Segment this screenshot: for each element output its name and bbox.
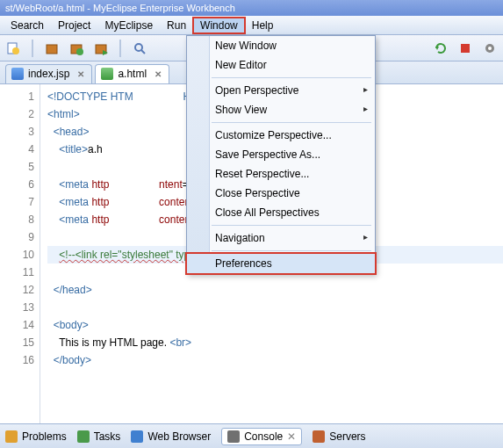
menu-search[interactable]: Search bbox=[4, 18, 51, 33]
menu-myeclipse[interactable]: MyEclipse bbox=[97, 18, 160, 33]
view-tab-console[interactable]: Console ✕ bbox=[221, 428, 302, 445]
menu-item-customize-perspective[interactable]: Customize Perspective... bbox=[187, 126, 375, 145]
menu-item-navigation[interactable]: Navigation bbox=[187, 228, 375, 248]
window-menu-dropdown: New WindowNew EditorOpen PerspectiveShow… bbox=[186, 35, 376, 274]
view-tab-problems[interactable]: Problems bbox=[5, 430, 67, 443]
view-tab-servers[interactable]: Servers bbox=[313, 430, 365, 443]
close-icon[interactable]: ✕ bbox=[77, 69, 84, 79]
menu-bar: SearchProjectMyEclipseRunWindowHelp bbox=[0, 16, 503, 35]
new-icon[interactable] bbox=[5, 40, 21, 56]
menu-item-new-window[interactable]: New Window bbox=[187, 36, 375, 55]
toolbar-separator bbox=[119, 40, 121, 57]
menu-item-show-view[interactable]: Show View bbox=[187, 100, 375, 119]
console-icon bbox=[227, 430, 240, 443]
view-tab-web-browser[interactable]: Web Browser bbox=[131, 430, 211, 443]
menu-separator bbox=[212, 77, 371, 78]
editor-tab[interactable]: a.html✕ bbox=[95, 64, 169, 83]
menu-project[interactable]: Project bbox=[51, 18, 97, 33]
title-bar: st/WebRoot/a.html - MyEclipse Enterprise… bbox=[0, 0, 503, 16]
view-tab-label: Problems bbox=[22, 430, 67, 443]
svg-point-7 bbox=[135, 44, 142, 51]
svg-rect-10 bbox=[461, 44, 470, 53]
view-tab-label: Console bbox=[244, 430, 283, 443]
menu-help[interactable]: Help bbox=[245, 18, 281, 33]
package-icon[interactable] bbox=[44, 40, 60, 56]
svg-point-1 bbox=[12, 47, 19, 54]
menu-separator bbox=[212, 122, 371, 123]
menu-separator bbox=[212, 250, 371, 251]
menu-item-close-perspective[interactable]: Close Perspective bbox=[187, 184, 375, 203]
editor-tab[interactable]: index.jsp✕ bbox=[5, 64, 92, 83]
menu-item-close-all-perspectives[interactable]: Close All Perspectives bbox=[187, 203, 375, 222]
menu-separator bbox=[212, 225, 371, 226]
jsp-file-icon bbox=[11, 68, 24, 80]
view-tab-label: Servers bbox=[329, 430, 365, 443]
menu-window[interactable]: Window bbox=[193, 18, 245, 33]
toolbar-separator bbox=[32, 40, 33, 57]
view-tab-label: Web Browser bbox=[147, 430, 211, 443]
svg-line-8 bbox=[141, 50, 145, 54]
tab-label: a.html bbox=[118, 68, 147, 80]
menu-item-preferences[interactable]: Preferences bbox=[187, 254, 375, 273]
close-icon[interactable]: ✕ bbox=[287, 430, 296, 443]
stop-icon[interactable] bbox=[457, 40, 473, 56]
tab-label: index.jsp bbox=[28, 68, 69, 80]
package-add-icon[interactable] bbox=[68, 40, 84, 56]
svg-point-12 bbox=[488, 47, 492, 50]
line-gutter: 12345678910111213141516 bbox=[0, 84, 40, 423]
html-file-icon bbox=[101, 68, 113, 80]
gear-icon[interactable] bbox=[482, 40, 498, 56]
servers-icon bbox=[313, 430, 325, 443]
bottom-views: ProblemsTasksWeb BrowserConsole ✕Servers bbox=[0, 423, 503, 448]
problems-icon bbox=[5, 430, 18, 443]
view-tab-label: Tasks bbox=[94, 430, 121, 443]
reload-icon[interactable] bbox=[433, 40, 449, 56]
search-icon[interactable] bbox=[132, 40, 147, 56]
svg-rect-2 bbox=[47, 45, 57, 54]
menu-item-save-perspective-as[interactable]: Save Perspective As... bbox=[187, 145, 375, 164]
menu-item-reset-perspective[interactable]: Reset Perspective... bbox=[187, 164, 375, 184]
close-icon[interactable]: ✕ bbox=[154, 69, 162, 79]
view-tab-tasks[interactable]: Tasks bbox=[77, 430, 121, 443]
svg-point-4 bbox=[76, 48, 83, 55]
menu-item-new-editor[interactable]: New Editor bbox=[187, 55, 375, 75]
menu-run[interactable]: Run bbox=[160, 18, 193, 33]
menu-item-open-perspective[interactable]: Open Perspective bbox=[187, 81, 375, 100]
web-browser-icon bbox=[131, 430, 143, 443]
package-run-icon[interactable] bbox=[93, 40, 109, 56]
tasks-icon bbox=[77, 430, 90, 443]
